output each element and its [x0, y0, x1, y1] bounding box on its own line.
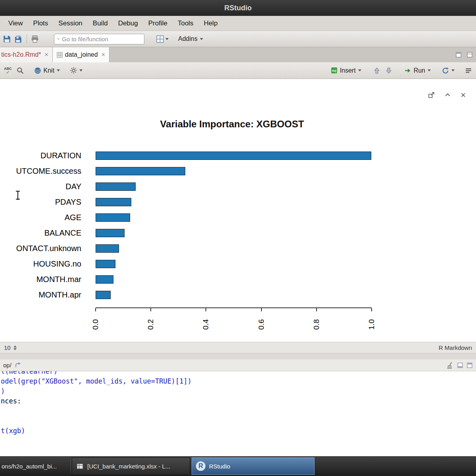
- insert-chunk-icon: +c: [331, 67, 338, 74]
- console-pane[interactable]: l(metalearner)odel(grep("XGBoost", model…: [0, 371, 476, 456]
- svg-text:+c: +c: [332, 68, 336, 73]
- chart-bar-area: [96, 244, 371, 253]
- chunk-options-button[interactable]: [70, 67, 83, 74]
- chart-category-label: HOUSING.no: [0, 259, 81, 269]
- text-cursor-ibeam: [15, 191, 21, 200]
- axis-tick-label: 0.6: [257, 316, 266, 333]
- chart-row: HOUSING.no: [0, 256, 464, 272]
- tab-rmd-document[interactable]: tics-h2o.Rmd* ×: [0, 47, 53, 62]
- working-directory-path[interactable]: op/: [3, 362, 12, 369]
- chunk-position-selector[interactable]: 10: [4, 344, 17, 351]
- pane-grid-icon: [156, 35, 164, 43]
- chart-row: DURATION: [0, 148, 464, 163]
- insert-chunk-button[interactable]: +c Insert: [331, 67, 361, 74]
- chart-category-label: MONTH.apr: [0, 290, 81, 299]
- menu-item-help[interactable]: Help: [199, 16, 223, 31]
- menu-item-session[interactable]: Session: [53, 16, 87, 31]
- tab-label: data_joined: [65, 51, 98, 58]
- chart-rows: DURATIONUTCOME.successDAYPDAYSAGEBALANCE…: [0, 148, 464, 303]
- find-replace-button[interactable]: [17, 67, 24, 74]
- run-button[interactable]: Run: [404, 67, 431, 74]
- go-to-next-chunk-button[interactable]: [385, 67, 392, 74]
- chart-category-label: BALANCE: [0, 228, 81, 238]
- minimize-pane-icon[interactable]: [455, 52, 462, 58]
- goto-directory-arrow-icon[interactable]: [15, 362, 21, 369]
- chart-category-label: DURATION: [0, 151, 81, 160]
- chart-bar-area: [96, 213, 371, 222]
- clear-console-broom-icon[interactable]: [447, 362, 454, 369]
- search-icon: [58, 36, 60, 42]
- taskbar-item-excel[interactable]: [UCI_bank_marketing.xlsx - L...: [72, 457, 190, 475]
- menu-item-tools[interactable]: Tools: [173, 16, 199, 31]
- chart-row: UTCOME.success: [0, 163, 464, 179]
- goto-file-input[interactable]: [62, 36, 141, 42]
- chart-category-label: MONTH.mar: [0, 275, 81, 284]
- run-label: Run: [414, 67, 425, 74]
- print-button[interactable]: [31, 35, 39, 43]
- minimize-pane-icon[interactable]: [457, 362, 463, 369]
- maximize-pane-icon[interactable]: [466, 362, 473, 369]
- axis-tick: [316, 308, 317, 311]
- arrow-down-icon: [385, 67, 392, 74]
- chunk-output-controls: ×: [428, 92, 466, 98]
- chevron-up-icon[interactable]: [444, 92, 451, 98]
- maximize-pane-icon[interactable]: [466, 52, 473, 58]
- chart-bar: [96, 152, 371, 160]
- knit-button[interactable]: Knit: [34, 67, 60, 74]
- save-button[interactable]: [3, 35, 11, 43]
- close-icon[interactable]: ×: [44, 51, 48, 58]
- variable-importance-chart: Variable Importance: XGBOOST DURATIONUTC…: [0, 79, 464, 308]
- menu-item-view[interactable]: View: [3, 16, 28, 31]
- toolbar-separator: [27, 34, 27, 44]
- go-to-previous-chunk-button[interactable]: [373, 67, 380, 74]
- addins-button[interactable]: Addins: [178, 35, 203, 42]
- save-all-button[interactable]: [15, 35, 23, 43]
- chart-category-label: DAY: [0, 182, 81, 191]
- pane-splitter[interactable]: [0, 353, 476, 359]
- title-bar: RStudio: [0, 0, 476, 16]
- menu-item-profile[interactable]: Profile: [143, 16, 173, 31]
- menu-item-plots[interactable]: Plots: [28, 16, 54, 31]
- spreadsheet-icon: [76, 463, 84, 470]
- chart-row: DAY: [0, 179, 464, 194]
- rerun-button[interactable]: [442, 67, 455, 74]
- document-outline-button[interactable]: [465, 67, 472, 74]
- chevron-down-icon: [57, 69, 60, 71]
- axis-tick-label: 0.0: [91, 316, 100, 333]
- outline-list-icon: [465, 67, 472, 74]
- console-header: op/: [0, 359, 476, 371]
- popout-window-icon[interactable]: [428, 92, 435, 98]
- run-arrow-icon: [404, 67, 411, 74]
- axis-tick: [150, 308, 151, 311]
- close-icon[interactable]: ×: [102, 51, 105, 58]
- goto-file-searchbox[interactable]: [54, 34, 144, 44]
- chart-bar: [96, 244, 119, 253]
- tab-data-joined[interactable]: data_joined ×: [53, 47, 109, 62]
- close-icon[interactable]: ×: [461, 92, 466, 98]
- chart-bar: [96, 167, 185, 175]
- chart-category-label: UTCOME.success: [0, 167, 81, 176]
- console-line: t(xgb): [1, 426, 476, 436]
- axis-tick-label: 1.0: [367, 316, 376, 333]
- chevron-down-icon: [79, 69, 83, 71]
- source-editor-toolbar: ABC ✓ Knit +c Insert Run: [0, 62, 476, 79]
- chart-bar: [96, 275, 113, 284]
- axis-tick-label: 0.4: [202, 316, 210, 333]
- pane-layout-button[interactable]: [156, 35, 169, 43]
- save-icon: [3, 35, 11, 43]
- chart-category-label: ONTACT.unknown: [0, 244, 81, 253]
- spellcheck-button[interactable]: ABC ✓: [4, 67, 12, 74]
- chart-row: MONTH.mar: [0, 272, 464, 287]
- taskbar-item-automl[interactable]: ons/h2o_automl_bi...: [0, 463, 71, 470]
- document-type-label[interactable]: R Markdown: [439, 344, 472, 351]
- chart-bar: [96, 213, 130, 222]
- chevron-down-icon: [358, 69, 361, 71]
- save-all-icon: [15, 35, 23, 43]
- chevron-down-icon: [200, 38, 203, 40]
- chart-bar-area: [96, 260, 371, 268]
- chunk-output-panel: × Variable Importance: XGBOOST DURATIONU…: [0, 79, 476, 342]
- menu-item-build[interactable]: Build: [88, 16, 113, 31]
- chart-category-label: PDAYS: [0, 198, 81, 207]
- menu-item-debug[interactable]: Debug: [113, 16, 143, 31]
- taskbar-item-rstudio[interactable]: R RStudio: [192, 457, 315, 475]
